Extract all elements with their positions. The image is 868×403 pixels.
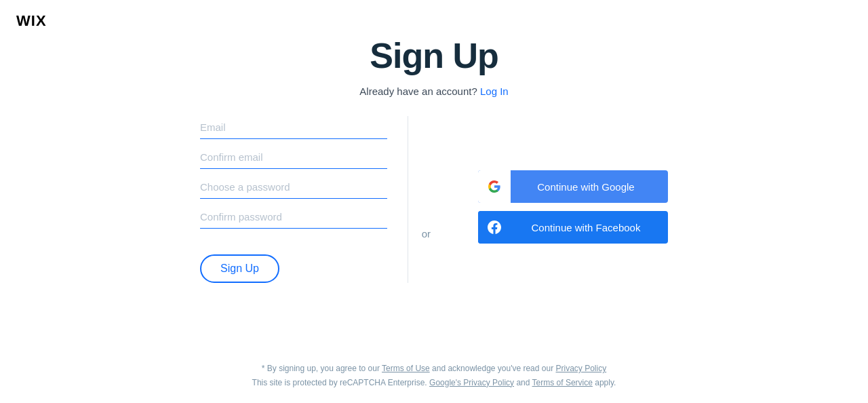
google-privacy-link[interactable]: Google's Privacy Policy	[429, 378, 514, 387]
password-group	[200, 176, 387, 199]
forms-container: Sign Up or Co	[200, 116, 668, 283]
or-divider-container: or	[408, 116, 444, 283]
right-form: Continue with Google Continue with Faceb…	[444, 116, 668, 283]
footer-line2: This site is protected by reCAPTCHA Ente…	[0, 376, 868, 389]
footer-prefix1: * By signing up, you agree to our	[262, 364, 382, 373]
facebook-button[interactable]: Continue with Facebook	[478, 211, 668, 244]
footer-mid1: and acknowledge you've read our	[430, 364, 556, 373]
login-prompt-text: Already have an account?	[359, 85, 477, 97]
terms-of-service-link[interactable]: Terms of Service	[532, 378, 593, 387]
signup-button[interactable]: Sign Up	[200, 254, 279, 283]
password-input[interactable]	[200, 176, 387, 199]
facebook-button-label: Continue with Facebook	[511, 222, 668, 233]
terms-of-use-link[interactable]: Terms of Use	[382, 364, 430, 373]
main-content: Sign Up Already have an account? Log In …	[0, 0, 868, 283]
privacy-policy-link[interactable]: Privacy Policy	[555, 364, 606, 373]
email-group	[200, 116, 387, 139]
footer-prefix2: This site is protected by reCAPTCHA Ente…	[252, 378, 429, 387]
login-prompt: Already have an account? Log In	[359, 85, 508, 97]
footer-suffix2: apply.	[593, 378, 616, 387]
confirm-password-input[interactable]	[200, 206, 387, 229]
or-text: or	[422, 228, 431, 239]
footer: * By signing up, you agree to our Terms …	[0, 362, 868, 389]
confirm-password-group	[200, 206, 387, 229]
confirm-email-input[interactable]	[200, 146, 387, 169]
left-form: Sign Up	[200, 116, 408, 283]
wix-logo: WIX	[16, 12, 47, 30]
page-title: Sign Up	[370, 35, 498, 76]
facebook-icon	[478, 211, 511, 244]
google-button-label: Continue with Google	[511, 181, 668, 193]
google-button[interactable]: Continue with Google	[478, 170, 668, 203]
confirm-email-group	[200, 146, 387, 169]
login-link[interactable]: Log In	[480, 85, 509, 97]
email-input[interactable]	[200, 116, 387, 139]
footer-and: and	[514, 378, 532, 387]
google-icon	[478, 170, 511, 203]
footer-line1: * By signing up, you agree to our Terms …	[0, 362, 868, 375]
